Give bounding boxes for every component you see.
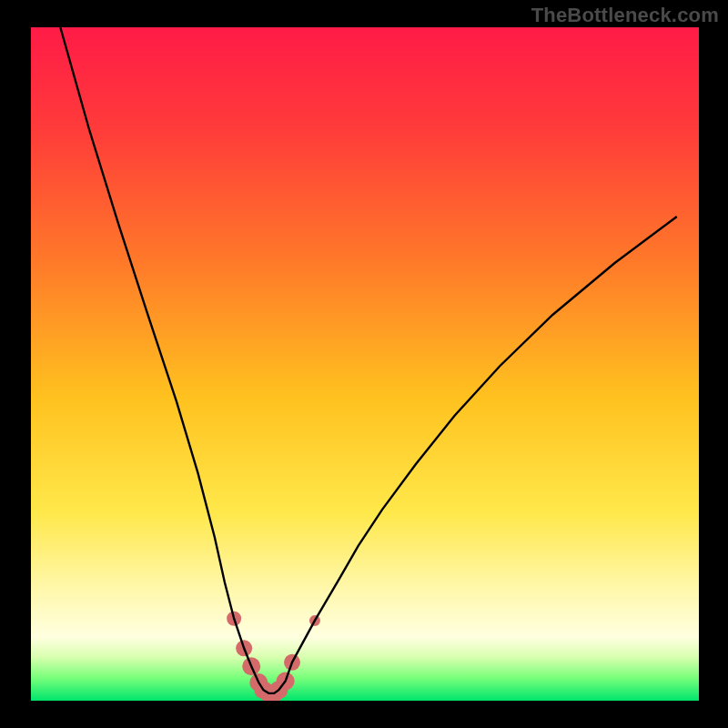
bottleneck-chart bbox=[0, 0, 728, 728]
chart-frame: TheBottleneck.com bbox=[0, 0, 728, 728]
watermark-text: TheBottleneck.com bbox=[531, 4, 719, 27]
plot-background bbox=[31, 27, 699, 701]
